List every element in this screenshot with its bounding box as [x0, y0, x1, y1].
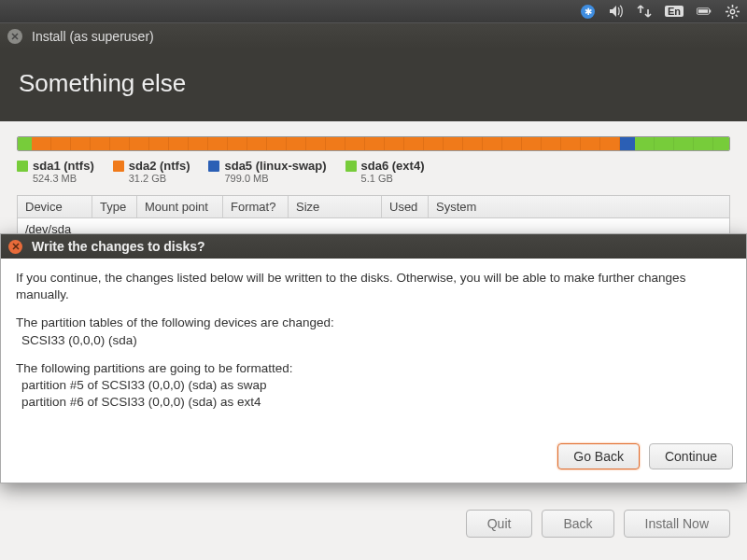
legend-size: 5.1 GB	[361, 173, 425, 184]
svg-rect-2	[698, 9, 708, 13]
dialog-intro: If you continue, the changes listed belo…	[16, 270, 731, 303]
go-back-button[interactable]: Go Back	[557, 443, 640, 469]
legend-name: sda1 (ntfs)	[33, 159, 94, 173]
dialog-footer: Go Back Continue	[1, 434, 746, 483]
dialog-format-line: partition #6 of SCSI33 (0,0,0) (sda) as …	[21, 395, 261, 409]
window-title: Install (as superuser)	[32, 29, 154, 44]
dialog-format-heading: The following partitions are going to be…	[16, 361, 292, 375]
legend-size: 799.0 MB	[224, 173, 326, 184]
partition-segment[interactable]	[32, 137, 620, 150]
dialog-format-line: partition #5 of SCSI33 (0,0,0) (sda) as …	[21, 378, 267, 392]
accessibility-icon[interactable]: ✱	[581, 4, 596, 19]
network-icon[interactable]	[637, 4, 652, 19]
svg-line-10	[735, 7, 737, 8]
legend-size: 524.3 MB	[33, 173, 94, 184]
col-device[interactable]: Device	[18, 196, 92, 217]
svg-line-8	[727, 7, 729, 8]
keyboard-layout-indicator[interactable]: En	[665, 6, 684, 17]
legend-size: 31.2 GB	[129, 173, 190, 184]
legend-item: sda2 (ntfs)31.2 GB	[113, 159, 190, 184]
col-used[interactable]: Used	[382, 196, 429, 217]
legend-item: sda6 (ext4)5.1 GB	[345, 159, 425, 184]
col-type[interactable]: Type	[92, 196, 137, 217]
confirm-dialog: Write the changes to disks? If you conti…	[0, 233, 747, 483]
close-icon[interactable]	[8, 240, 22, 254]
table-header-row: Device Type Mount point Format? Size Use…	[18, 196, 729, 218]
desktop-top-panel: ✱ En	[0, 0, 747, 22]
col-system[interactable]: System	[429, 196, 729, 217]
dialog-tables-heading: The partition tables of the following de…	[16, 315, 334, 329]
legend-name: sda6 (ext4)	[361, 159, 425, 173]
partition-segment[interactable]	[620, 137, 635, 150]
svg-line-11	[727, 14, 729, 16]
col-mount[interactable]: Mount point	[137, 196, 223, 217]
legend-name: sda5 (linux-swap)	[224, 159, 326, 173]
svg-line-9	[735, 14, 737, 16]
partition-segment[interactable]	[635, 137, 729, 150]
dialog-title: Write the changes to disks?	[32, 239, 205, 254]
legend-name: sda2 (ntfs)	[129, 159, 190, 173]
legend-swatch	[208, 161, 219, 172]
legend-swatch	[17, 161, 28, 172]
close-icon[interactable]	[7, 29, 22, 44]
gear-icon[interactable]	[725, 4, 740, 19]
installer-header: Something else	[0, 49, 747, 122]
quit-button[interactable]: Quit	[466, 510, 533, 538]
col-format[interactable]: Format?	[223, 196, 289, 217]
volume-icon[interactable]	[609, 4, 624, 19]
install-button[interactable]: Install Now	[624, 510, 730, 538]
svg-rect-1	[710, 10, 711, 13]
svg-point-3	[730, 9, 734, 13]
dialog-tables-line: SCSI33 (0,0,0) (sda)	[21, 333, 137, 347]
wizard-footer: Quit Back Install Now	[466, 510, 730, 538]
back-button[interactable]: Back	[542, 510, 613, 538]
legend-swatch	[345, 161, 357, 172]
battery-icon[interactable]	[697, 4, 712, 19]
continue-button[interactable]: Continue	[649, 443, 733, 469]
partition-legend: sda1 (ntfs)524.3 MBsda2 (ntfs)31.2 GBsda…	[17, 159, 730, 184]
page-title: Something else	[19, 69, 728, 98]
partition-segment[interactable]	[18, 137, 32, 150]
dialog-body: If you continue, the changes listed belo…	[1, 259, 746, 434]
legend-item: sda5 (linux-swap)799.0 MB	[208, 159, 326, 184]
legend-item: sda1 (ntfs)524.3 MB	[17, 159, 94, 184]
partition-usage-bar	[17, 136, 730, 151]
legend-swatch	[113, 161, 124, 172]
col-size[interactable]: Size	[289, 196, 382, 217]
dialog-titlebar: Write the changes to disks?	[1, 234, 746, 259]
window-titlebar: Install (as superuser)	[0, 22, 747, 49]
